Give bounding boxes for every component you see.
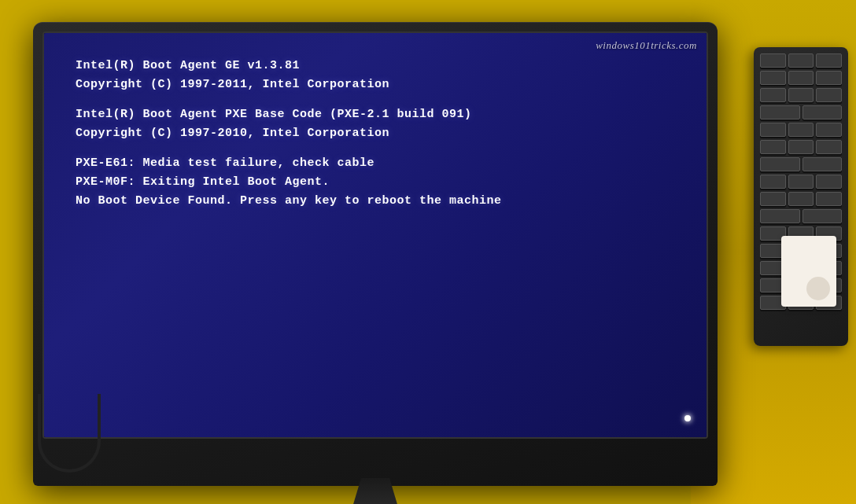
boot-section: Intel(R) Boot Agent GE v1.3.81Copyright … <box>76 57 675 94</box>
key <box>788 53 814 68</box>
key <box>760 71 786 85</box>
boot-line: Intel(R) Boot Agent PXE Base Code (PXE-2… <box>76 105 675 124</box>
key <box>816 71 842 85</box>
boot-section: Intel(R) Boot Agent PXE Base Code (PXE-2… <box>76 105 675 143</box>
monitor-casing: windows101tricks.com Intel(R) Boot Agent… <box>33 22 718 486</box>
key <box>760 140 786 154</box>
boot-messages: Intel(R) Boot Agent GE v1.3.81Copyright … <box>76 57 675 211</box>
key <box>788 140 814 154</box>
key <box>816 175 842 189</box>
watermark: windows101tricks.com <box>596 39 697 52</box>
key <box>760 88 786 102</box>
document-logo <box>806 277 830 300</box>
key <box>816 140 842 154</box>
boot-line: Copyright (C) 1997-2010, Intel Corporati… <box>76 124 675 143</box>
key <box>760 53 786 68</box>
key <box>816 53 842 68</box>
boot-line: Copyright (C) 1997-2011, Intel Corporati… <box>76 75 675 94</box>
power-led-indicator <box>684 415 691 421</box>
boot-line: No Boot Device Found. Press any key to r… <box>76 192 675 211</box>
key <box>760 192 786 206</box>
key <box>788 192 814 206</box>
background-scene: windows101tricks.com Intel(R) Boot Agent… <box>0 0 856 504</box>
boot-line: PXE-E61: Media test failure, check cable <box>76 154 675 173</box>
key <box>816 123 842 137</box>
paper-document <box>781 236 836 307</box>
key <box>816 192 842 206</box>
key <box>802 157 843 171</box>
key <box>788 88 814 102</box>
power-cable <box>38 394 101 473</box>
key <box>788 123 814 137</box>
key <box>760 157 800 171</box>
monitor-bezel: windows101tricks.com Intel(R) Boot Agent… <box>42 31 708 439</box>
monitor-stand-neck <box>352 478 399 504</box>
key <box>760 175 786 189</box>
key <box>788 175 814 189</box>
key <box>788 71 814 85</box>
key <box>816 88 842 102</box>
key <box>760 209 800 223</box>
boot-line: Intel(R) Boot Agent GE v1.3.81 <box>76 57 675 75</box>
key <box>760 105 800 120</box>
boot-section: PXE-E61: Media test failure, check cable… <box>76 154 675 211</box>
key <box>760 123 786 137</box>
boot-line: PXE-M0F: Exiting Intel Boot Agent. <box>76 173 675 192</box>
key <box>802 105 843 120</box>
monitor-screen: windows101tricks.com Intel(R) Boot Agent… <box>44 33 707 437</box>
key <box>802 209 843 223</box>
